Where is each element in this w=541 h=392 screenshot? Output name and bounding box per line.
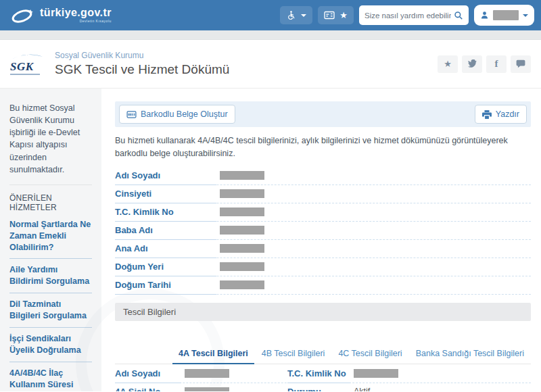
sidebar-link-emekli[interactable]: Normal Şartlarda Ne Zaman Emekli Olabili… bbox=[9, 219, 92, 260]
field-row-dogum-tarihi: Doğum Tarihi bbox=[115, 276, 531, 295]
section-header-tescil-bilgileri: Tescil Bilgileri bbox=[115, 303, 531, 321]
twitter-icon bbox=[467, 59, 477, 68]
facebook-share-button[interactable]: f bbox=[486, 55, 507, 73]
service-description: Bu hizmeti kullanarak 4A/4B/4C tescil bi… bbox=[115, 134, 531, 160]
id-card-icon[interactable] bbox=[324, 11, 335, 20]
edevlet-logo[interactable]: türkiye.gov.tr Devletin Kısayolu bbox=[11, 7, 112, 24]
accessibility-icon bbox=[286, 10, 296, 20]
page-titles: Sosyal Güvenlik Kurumu SGK Tescil ve Hiz… bbox=[55, 51, 229, 77]
breadcrumb-agency[interactable]: Sosyal Güvenlik Kurumu bbox=[55, 51, 229, 60]
table-row: Adı Soyadı T.C. Kimlik No bbox=[115, 365, 531, 383]
tab-banka-sandigi-tescil[interactable]: Banka Sandığı Tescil Bilgileri bbox=[410, 347, 530, 364]
field-row-cinsiyeti: Cinsiyeti bbox=[115, 185, 531, 203]
field-label: Cinsiyeti bbox=[115, 189, 220, 199]
favorites-star-icon[interactable]: ★ bbox=[339, 11, 348, 20]
tescil-tabs: 4A Tescil Bilgileri 4B Tescil Bilgileri … bbox=[115, 347, 531, 364]
feedback-button[interactable] bbox=[511, 55, 531, 73]
tescil-detail-table: Adı Soyadı T.C. Kimlik No 4A Sicil No Du… bbox=[115, 365, 531, 392]
share-buttons: ★ f bbox=[438, 55, 531, 73]
main-panel: Barkodlu Belge Oluştur Yazdır Bu hizmeti… bbox=[101, 89, 541, 391]
sidebar-link-dil-tazminati[interactable]: Dil Tazminatı Bilgileri Sorgulama bbox=[9, 299, 92, 328]
service-header: SGK Sosyal Güvenlik Kurumu SGK Tescil ve… bbox=[0, 40, 541, 89]
redacted-username bbox=[493, 10, 519, 20]
redacted-value bbox=[220, 171, 264, 180]
redacted-value bbox=[220, 226, 264, 235]
search-input[interactable] bbox=[364, 11, 451, 20]
print-button[interactable]: Yazdır bbox=[475, 105, 527, 124]
sidebar-link-ilac-kullanim[interactable]: 4A/4B/4C İlaç Kullanım Süresi Sorgulama bbox=[9, 368, 92, 391]
redacted-value bbox=[220, 207, 264, 216]
cell-value: Aktif bbox=[354, 387, 370, 391]
toolbar: Barkodlu Belge Oluştur Yazdır bbox=[115, 101, 531, 127]
tab-4b-tescil[interactable]: 4B Tescil Bilgileri bbox=[256, 347, 331, 364]
top-navigation-bar: türkiye.gov.tr Devletin Kısayolu ★ bbox=[0, 0, 541, 30]
printer-icon bbox=[482, 110, 492, 119]
user-account-menu[interactable] bbox=[474, 5, 534, 26]
search-icon[interactable] bbox=[454, 11, 463, 20]
search-box bbox=[359, 5, 469, 25]
service-provider-note: Bu hizmet Sosyal Güvenlik Kurumu işbirli… bbox=[9, 102, 92, 176]
user-icon bbox=[480, 11, 489, 20]
cell-label: Durumu bbox=[287, 387, 354, 392]
sidebar: Bu hizmet Sosyal Güvenlik Kurumu işbirli… bbox=[0, 89, 101, 391]
sidebar-divider bbox=[9, 185, 92, 185]
shortcuts-group: ★ bbox=[318, 6, 354, 24]
content-area: Bu hizmet Sosyal Güvenlik Kurumu işbirli… bbox=[0, 89, 541, 391]
edevlet-emblem-icon bbox=[11, 7, 35, 24]
secondary-nav-strip bbox=[0, 30, 541, 40]
sgk-logo[interactable]: SGK bbox=[10, 53, 45, 75]
field-row-ana-adi: Ana Adı bbox=[115, 240, 531, 258]
field-label: Doğum Yeri bbox=[115, 262, 220, 272]
create-barcoded-document-button[interactable]: Barkodlu Belge Oluştur bbox=[119, 105, 235, 124]
redacted-value bbox=[220, 189, 264, 198]
accessibility-menu[interactable] bbox=[280, 6, 312, 24]
redacted-value bbox=[220, 244, 264, 253]
barcode-document-icon bbox=[126, 111, 137, 118]
cell-label: Adı Soyadı bbox=[115, 368, 185, 378]
cell-label: T.C. Kimlik No bbox=[287, 368, 354, 378]
personal-info-list: Adı Soyadı Cinsiyeti T.C. Kimlik No Baba… bbox=[115, 167, 531, 295]
chevron-down-icon bbox=[301, 14, 306, 17]
sidebar-link-isci-sendikalari[interactable]: İşçi Sendikaları Üyelik Doğrulama bbox=[9, 333, 92, 362]
field-row-adi-soyadi: Adı Soyadı bbox=[115, 167, 531, 185]
twitter-share-button[interactable] bbox=[462, 55, 482, 73]
suggested-services-heading: ÖNERİLEN HİZMETLER bbox=[9, 193, 92, 212]
field-row-dogum-yeri: Doğum Yeri bbox=[115, 258, 531, 276]
chevron-down-icon bbox=[523, 14, 528, 17]
table-cell: T.C. Kimlik No bbox=[287, 368, 531, 378]
favorite-button[interactable]: ★ bbox=[438, 55, 458, 73]
redacted-value bbox=[354, 369, 398, 378]
table-row: 4A Sicil No Durumu Aktif bbox=[115, 383, 531, 392]
table-cell: Durumu Aktif bbox=[287, 387, 531, 392]
sidebar-link-aile-yardimi[interactable]: Aile Yardımı Bildirimi Sorgulama bbox=[9, 264, 92, 293]
field-label: T.C. Kimlik No bbox=[115, 207, 220, 217]
site-logo-slogan: Devletin Kısayolu bbox=[40, 20, 112, 23]
cell-label: 4A Sicil No bbox=[115, 387, 185, 392]
sgk-logo-underline bbox=[10, 74, 40, 75]
tab-4c-tescil[interactable]: 4C Tescil Bilgileri bbox=[332, 347, 408, 364]
star-icon: ★ bbox=[444, 59, 452, 69]
facebook-icon: f bbox=[495, 58, 498, 70]
page-title: SGK Tescil ve Hizmet Dökümü bbox=[55, 62, 229, 77]
redacted-value bbox=[220, 280, 264, 289]
redacted-value bbox=[185, 369, 229, 378]
redacted-value bbox=[185, 387, 229, 392]
table-cell: 4A Sicil No bbox=[115, 387, 287, 392]
field-row-baba-adi: Baba Adı bbox=[115, 222, 531, 240]
field-label: Adı Soyadı bbox=[115, 170, 220, 180]
sgk-logo-text: SGK bbox=[10, 61, 45, 72]
field-row-tc-kimlik: T.C. Kimlik No bbox=[115, 203, 531, 222]
topbar-controls: ★ bbox=[280, 5, 534, 26]
field-label: Ana Adı bbox=[115, 243, 220, 253]
site-logo-text: türkiye.gov.tr bbox=[40, 7, 112, 18]
field-label: Baba Adı bbox=[115, 225, 220, 235]
field-label: Doğum Tarihi bbox=[115, 280, 220, 290]
comment-bubble-icon bbox=[516, 59, 525, 68]
redacted-value bbox=[220, 262, 264, 271]
tab-4a-tescil[interactable]: 4A Tescil Bilgileri bbox=[172, 347, 254, 364]
print-label: Yazdır bbox=[496, 109, 519, 119]
create-barcoded-document-label: Barkodlu Belge Oluştur bbox=[141, 109, 228, 119]
table-cell: Adı Soyadı bbox=[115, 368, 287, 378]
